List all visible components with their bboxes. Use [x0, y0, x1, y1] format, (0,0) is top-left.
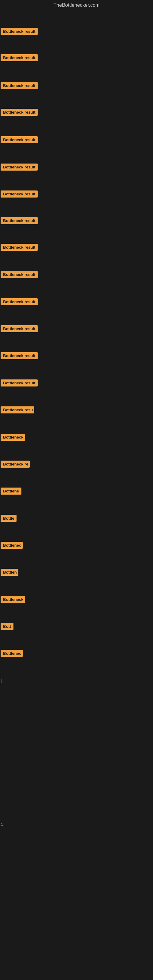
bottleneck-item: Bottleneck: [1, 434, 25, 442]
bottleneck-badge[interactable]: Bottleneck: [1, 596, 25, 603]
bottleneck-badge[interactable]: Bottleneck result: [1, 271, 38, 278]
bottleneck-badge[interactable]: Bottleneck result: [1, 54, 38, 61]
bottleneck-badge[interactable]: Bottleneck result: [1, 352, 38, 359]
bottleneck-item: Bottleneck result: [1, 164, 38, 172]
bottleneck-badge[interactable]: Bottlen: [1, 569, 18, 576]
bottom-char: c: [1, 822, 3, 827]
bottleneck-item: Bottleneck re: [1, 461, 30, 469]
bottleneck-item: Bott: [1, 623, 13, 631]
cursor: |: [1, 678, 2, 683]
bottleneck-item: Bottlenec: [1, 542, 22, 550]
bottleneck-badge[interactable]: Bottleneck result: [1, 217, 38, 224]
bottleneck-item: Bottleneck result: [1, 244, 38, 252]
bottleneck-item: Bottleneck result: [1, 109, 38, 117]
page-wrapper: TheBottlenecker.com Bottleneck resultBot…: [0, 0, 153, 980]
bottleneck-item: Bottleneck: [1, 596, 25, 604]
bottleneck-badge[interactable]: Bottleneck re: [1, 461, 30, 468]
bottleneck-item: Bottleneck result: [1, 217, 38, 225]
bottleneck-badge[interactable]: Bottleneck result: [1, 82, 38, 89]
bottleneck-item: Bottlene: [1, 488, 21, 496]
bottleneck-badge[interactable]: Bottleneck result: [1, 164, 38, 170]
bottleneck-item: Bottleneck result: [1, 298, 38, 307]
bottleneck-badge[interactable]: Bottleneck result: [1, 191, 38, 197]
bottleneck-item: Bottlen: [1, 569, 18, 577]
bottleneck-badge[interactable]: Bottleneck: [1, 434, 25, 441]
bottleneck-badge[interactable]: Bottleneck result: [1, 325, 38, 332]
bottleneck-badge[interactable]: Bottleneck result: [1, 28, 38, 35]
bottleneck-badge[interactable]: Bott: [1, 623, 13, 630]
bottleneck-badge[interactable]: Bottleneck result: [1, 136, 38, 143]
bottleneck-item: Bottleneck result: [1, 325, 38, 334]
site-title: TheBottlenecker.com: [0, 0, 153, 10]
bottleneck-item: Bottlenec: [1, 650, 22, 658]
bottleneck-badge[interactable]: Bottlenec: [1, 650, 22, 657]
bottleneck-badge[interactable]: Bottleneck resu: [1, 406, 34, 414]
bottleneck-badge[interactable]: Bottlenec: [1, 542, 22, 549]
bottleneck-item: Bottleneck result: [1, 136, 38, 145]
bottleneck-badge[interactable]: Bottleneck result: [1, 109, 38, 116]
bottleneck-badge[interactable]: Bottleneck result: [1, 298, 38, 305]
bottleneck-item: Bottleneck result: [1, 82, 38, 90]
bottleneck-badge[interactable]: Bottle: [1, 515, 16, 522]
bottleneck-badge[interactable]: Bottlene: [1, 488, 21, 495]
bottleneck-item: Bottleneck result: [1, 379, 38, 388]
bottleneck-badge[interactable]: Bottleneck result: [1, 244, 38, 251]
bottleneck-item: Bottleneck resu: [1, 406, 34, 415]
bottleneck-item: Bottleneck result: [1, 54, 38, 62]
bottleneck-item: Bottleneck result: [1, 28, 38, 36]
bottleneck-badge[interactable]: Bottleneck result: [1, 379, 38, 387]
bottleneck-item: Bottleneck result: [1, 352, 38, 360]
bottleneck-item: Bottle: [1, 515, 16, 523]
bottleneck-item: Bottleneck result: [1, 271, 38, 279]
bottleneck-item: Bottleneck result: [1, 191, 38, 199]
